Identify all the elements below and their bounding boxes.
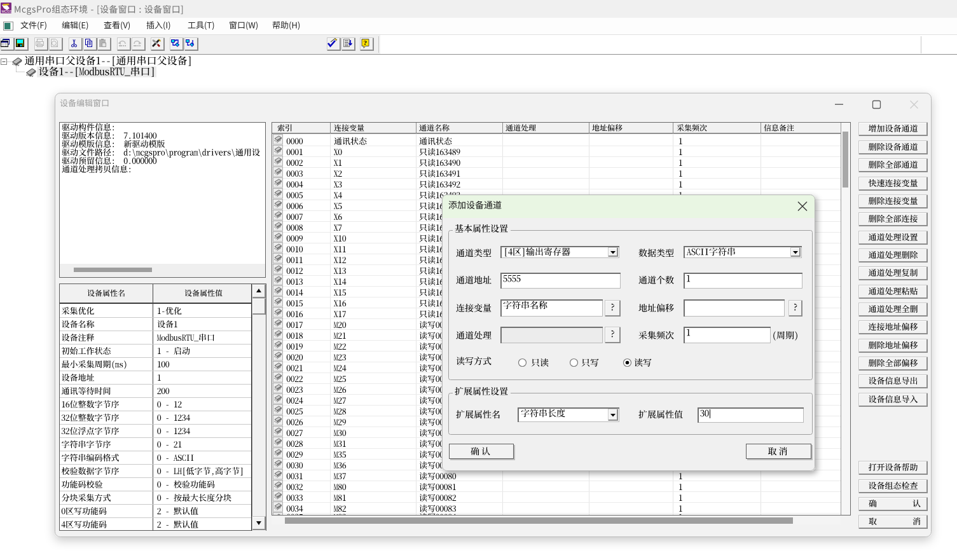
svg-text:?: ?: [364, 39, 368, 46]
svg-text:MCGS: MCGS: [2, 10, 13, 13]
